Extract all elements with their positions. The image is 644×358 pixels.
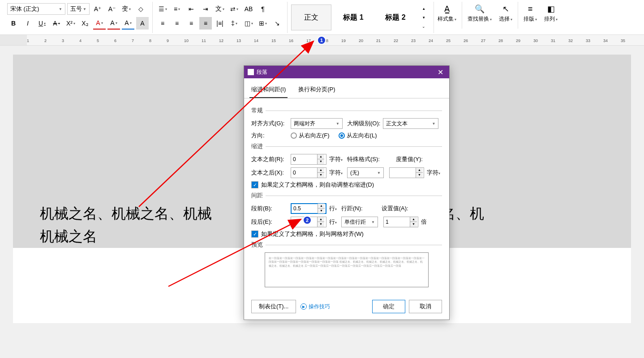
grid-indent-checkbox[interactable]: ✓如果定义了文档网格，则自动调整右缩进(D) [251, 181, 374, 189]
space-before-input[interactable] [292, 205, 318, 213]
dialog-icon [248, 69, 254, 75]
preview-box: 前一段落前一段落前一段落前一段落前一段落前一段落前一段落前一段落前一段落前一段落… [265, 252, 429, 287]
show-marks-button[interactable]: ¶ [257, 3, 269, 15]
play-icon: ▶ [301, 303, 307, 310]
styleset-icon: A̲ [442, 4, 452, 14]
outline-dropdown[interactable]: 正文文本▼ [383, 118, 438, 129]
bold-button[interactable]: B [7, 17, 20, 30]
line-spacing-button[interactable]: ‡▾ [228, 17, 240, 30]
ok-button[interactable]: 确定 [372, 300, 405, 313]
style-heading2[interactable]: 标题 2 [375, 4, 416, 30]
space-unit2: 行▾ [329, 218, 337, 226]
setvalue-spinner[interactable]: ▲▼ [383, 217, 418, 227]
grow-font-button[interactable]: A⁺ [91, 3, 104, 15]
italic-button[interactable]: I [21, 17, 34, 30]
linespace-dropdown[interactable]: 单倍行距▼ [341, 217, 378, 227]
style-normal[interactable]: 正文 [291, 4, 331, 30]
highlight-button[interactable]: A▾ [107, 17, 120, 30]
tab-char-button[interactable]: AB [242, 3, 255, 15]
styles-group: 正文 标题 1 标题 2 ▴ ▾ ⌄ [288, 2, 434, 33]
direction-rtl-radio[interactable]: 从右向左(F) [291, 132, 330, 140]
tab-indent-spacing[interactable]: 缩进和间距(I) [249, 82, 288, 98]
clear-format-button[interactable]: ◇ [134, 3, 147, 15]
align-center-button[interactable]: ≡ [171, 17, 183, 30]
indent-after-input[interactable] [291, 169, 317, 177]
outline-label: 大纲级别(O): [347, 119, 380, 128]
layout-button[interactable]: ≡ 排版▾ [520, 2, 541, 25]
annotation-badge-1: 1 [317, 36, 326, 45]
sort-button[interactable]: ⇄▾ [228, 3, 240, 15]
close-icon[interactable]: ✕ [435, 68, 446, 77]
paragraph-group: ☰▾ ≡▾ ⇤ ⇥ 文▾ ⇄▾ AB ¶ ≡ ≡ ≡ ≡ |≡| ‡▾ ◫▾ ⊞… [153, 2, 288, 33]
decrease-indent-button[interactable]: ⇤ [185, 3, 197, 15]
numbering-button[interactable]: ≡▾ [171, 3, 183, 15]
shading-button[interactable]: ◫▾ [242, 17, 255, 30]
borders-button[interactable]: ⊞▾ [257, 17, 269, 30]
font-size-select[interactable]: 五号▼ [67, 3, 90, 15]
cancel-button[interactable]: 取消 [409, 300, 442, 313]
space-before-spinner[interactable]: ▲▼ [291, 203, 326, 214]
paragraph-dialog-launcher[interactable]: ↘ [271, 17, 283, 30]
tabstops-button[interactable]: 制表位(T)... [251, 300, 296, 313]
find-replace-button[interactable]: 🔍 查找替换▾ [464, 2, 495, 25]
setvalue-input[interactable] [384, 218, 410, 226]
layout-icon: ≡ [525, 4, 536, 14]
tips-link[interactable]: ▶ 操作技巧 [301, 303, 330, 311]
measure-unit: 字符▾ [427, 169, 440, 177]
increase-indent-button[interactable]: ⇥ [199, 3, 212, 15]
setvalue-label: 设置值(A): [382, 205, 408, 213]
strikethrough-button[interactable]: A▾ [50, 17, 63, 30]
annotation-badge-2: 2 [303, 216, 312, 225]
styles-more-button[interactable]: ⌄ [417, 22, 430, 30]
paragraph-dialog: 段落 ✕ 缩进和间距(I) 换行和分页(P) 常规 对齐方式(G): 两端对齐▼… [244, 65, 450, 320]
section-general: 常规 [251, 107, 442, 115]
indent-before-label: 文本之前(R): [251, 155, 288, 163]
align-justify-button[interactable]: ≡ [199, 17, 212, 30]
underline-button[interactable]: U▾ [36, 17, 48, 30]
styles-up-button[interactable]: ▴ [417, 4, 430, 13]
subscript-button[interactable]: X₂ [79, 17, 91, 30]
text-direction-button[interactable]: 文▾ [214, 3, 226, 15]
measure-label: 度量值(Y): [396, 155, 423, 163]
indent-before-spinner[interactable]: ▲▼ [291, 154, 326, 165]
font-color-button[interactable]: A▾ [93, 17, 106, 30]
grid-align-checkbox[interactable]: ✓如果定义了文档网格，则与网格对齐(W) [251, 230, 364, 238]
font-group: 宋体 (正文)▼ 五号▼ A⁺ A⁻ 变▾ ◇ B I U▾ A▾ X²▾ X₂… [4, 2, 153, 33]
char-border-button[interactable]: A [136, 17, 149, 30]
select-button[interactable]: ↖ 选择▾ [495, 2, 516, 25]
bullets-button[interactable]: ☰▾ [156, 3, 169, 15]
setvalue-unit: 倍 [421, 218, 427, 226]
styleset-button[interactable]: A̲ 样式集▾ [434, 2, 460, 25]
section-spacing: 间距 [251, 192, 442, 200]
indent-after-spinner[interactable]: ▲▼ [291, 167, 326, 178]
direction-label: 方向: [251, 132, 288, 140]
dialog-titlebar[interactable]: 段落 ✕ [244, 66, 449, 78]
distribute-button[interactable]: |≡| [214, 17, 226, 30]
tab-line-page-breaks[interactable]: 换行和分页(P) [296, 82, 337, 98]
arrange-button[interactable]: ◧ 排列▾ [541, 2, 561, 25]
space-after-label: 段后(E): [251, 218, 288, 226]
change-case-button[interactable]: 变▾ [120, 3, 133, 15]
arrange-icon: ◧ [545, 4, 556, 14]
measure-input[interactable] [390, 169, 416, 177]
dialog-title-text: 段落 [257, 68, 267, 76]
indent-unit: 字符▾ [329, 155, 343, 163]
special-dropdown[interactable]: (无)▼ [347, 167, 384, 178]
styles-down-button[interactable]: ▾ [417, 13, 430, 21]
shrink-font-button[interactable]: A⁻ [106, 3, 118, 15]
alignment-dropdown[interactable]: 两端对齐▼ [291, 118, 343, 129]
special-label: 特殊格式(S): [347, 155, 380, 163]
indent-before-input[interactable] [291, 155, 317, 163]
indent-after-label: 文本之后(X): [251, 169, 288, 177]
superscript-button[interactable]: X²▾ [64, 17, 77, 30]
font-name-select[interactable]: 宋体 (正文)▼ [7, 3, 65, 15]
direction-ltr-radio[interactable]: 从左向右(L) [339, 132, 377, 140]
align-right-button[interactable]: ≡ [185, 17, 197, 30]
align-left-button[interactable]: ≡ [156, 17, 169, 30]
search-icon: 🔍 [474, 4, 485, 14]
measure-spinner[interactable]: ▲▼ [389, 167, 424, 178]
style-heading1[interactable]: 标题 1 [333, 4, 374, 30]
indent-unit2: 字符▾ [329, 169, 343, 177]
alignment-label: 对齐方式(G): [251, 119, 288, 128]
char-shading-button[interactable]: A▾ [122, 17, 134, 30]
